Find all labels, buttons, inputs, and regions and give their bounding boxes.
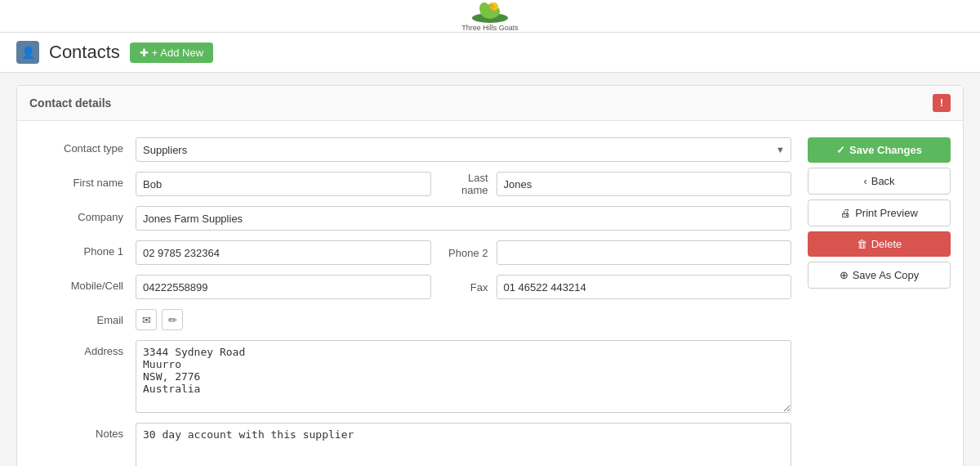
trash-icon: 🗑 xyxy=(857,238,867,250)
page-header: 👤 Contacts ✚ + Add New xyxy=(0,33,980,73)
contact-type-row: Contact type Suppliers Customers Staff O… xyxy=(29,137,791,162)
logo-image xyxy=(470,0,510,23)
card-header-alert-icon[interactable]: ! xyxy=(933,94,951,112)
print-preview-button[interactable]: 🖨 Print Preview xyxy=(808,199,951,226)
save-changes-button[interactable]: ✓ Save Changes xyxy=(808,137,951,163)
notes-row: Notes xyxy=(29,423,791,466)
logo-text: Three Hills Goats xyxy=(461,24,519,32)
email-label: Email xyxy=(29,309,136,326)
address-row: Address xyxy=(29,340,791,413)
logo-area: Three Hills Goats xyxy=(461,0,519,32)
notes-textarea[interactable] xyxy=(136,423,791,466)
company-row: Company xyxy=(29,206,791,231)
plus-icon: ✚ xyxy=(140,47,149,59)
copy-plus-icon: ⊕ xyxy=(840,269,849,281)
address-label: Address xyxy=(29,340,136,357)
back-button[interactable]: ‹ Back xyxy=(808,168,951,195)
phone1-label: Phone 1 xyxy=(29,240,136,258)
notes-label: Notes xyxy=(29,423,136,440)
name-row: First name Last name xyxy=(29,172,791,196)
contact-type-label: Contact type xyxy=(29,137,136,155)
fax-label: Fax xyxy=(439,281,488,293)
contact-type-select-wrapper: Suppliers Customers Staff Other ▼ xyxy=(136,137,791,162)
main-content: Contact details ! Contact type Suppliers… xyxy=(0,73,980,466)
printer-icon: 🖨 xyxy=(840,207,851,219)
actions-area: ✓ Save Changes ‹ Back 🖨 Print Preview 🗑 … xyxy=(808,137,951,466)
edit-email-button[interactable]: ✏ xyxy=(162,309,183,330)
checkmark-icon: ✓ xyxy=(836,144,845,156)
email-envelope-icon[interactable]: ✉ xyxy=(136,309,157,330)
card-header-title: Contact details xyxy=(29,96,111,110)
mobile-label: Mobile/Cell xyxy=(29,275,136,292)
save-as-copy-button[interactable]: ⊕ Save As Copy xyxy=(808,262,951,289)
form-area: Contact type Suppliers Customers Staff O… xyxy=(29,137,791,466)
company-input[interactable] xyxy=(136,206,791,231)
card-header: Contact details ! xyxy=(17,86,963,121)
page-title: Contacts xyxy=(49,42,120,63)
contact-type-select[interactable]: Suppliers Customers Staff Other xyxy=(136,137,791,162)
fax-input[interactable] xyxy=(497,275,792,299)
phone2-input[interactable] xyxy=(497,240,792,265)
mobile-input[interactable] xyxy=(136,275,431,299)
address-textarea[interactable] xyxy=(136,340,791,413)
company-label: Company xyxy=(29,206,136,223)
phone2-label: Phone 2 xyxy=(439,247,488,259)
delete-button[interactable]: 🗑 Delete xyxy=(808,231,951,257)
first-name-input[interactable] xyxy=(136,172,431,196)
mobile-fax-row: Mobile/Cell Fax xyxy=(29,275,791,299)
contact-details-card: Contact details ! Contact type Suppliers… xyxy=(16,85,964,466)
last-name-label: Last name xyxy=(439,172,488,196)
card-body: Contact type Suppliers Customers Staff O… xyxy=(17,121,963,466)
first-name-label: First name xyxy=(29,172,136,189)
contacts-icon: 👤 xyxy=(16,41,39,64)
phone1-input[interactable] xyxy=(136,240,431,265)
top-nav: Three Hills Goats xyxy=(0,0,980,33)
add-new-button[interactable]: ✚ + Add New xyxy=(130,43,213,63)
svg-point-2 xyxy=(479,2,489,14)
back-arrow-icon: ‹ xyxy=(863,175,866,187)
email-row: Email ✉ ✏ xyxy=(29,309,791,330)
last-name-input[interactable] xyxy=(497,172,792,196)
phone-row: Phone 1 Phone 2 xyxy=(29,240,791,265)
